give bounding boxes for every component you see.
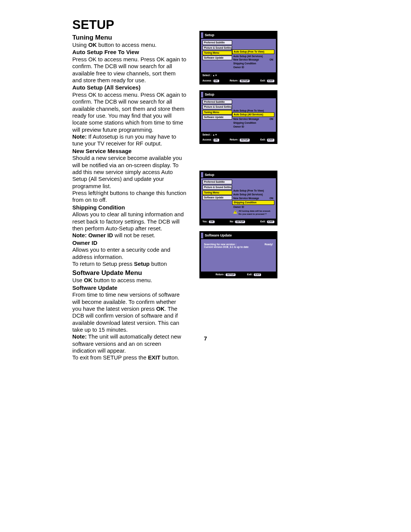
auto-all-body: Press OK to access menu. Press OK again … [72, 91, 186, 133]
submenu-item: New Service MessageON [232, 197, 274, 200]
screen-footer: Yes : OK No : SETUP Exit : EXIT [201, 219, 276, 224]
warning-message: All tuning data will be erased. Do you w… [232, 209, 274, 215]
screen-footer: Access : OK Return : SETUP Exit : EXIT [201, 78, 276, 83]
screen-footer: Select :▲▼ [201, 73, 276, 78]
setup-screen-2: Setup Preferred Subtitle Picture & Sound… [199, 90, 277, 144]
menu-item: Preferred Subtitle [202, 40, 232, 45]
new-service-body2: Press left/right buttons to change this … [72, 190, 186, 204]
auto-all-heading: Auto Setup (All Services) [72, 84, 186, 91]
setup-screen-3: Setup Preferred Subtitle Picture & Sound… [199, 171, 277, 225]
tuning-menu-heading: Tuning Menu [72, 34, 186, 42]
menu-item-selected: Tuning Menu [202, 51, 232, 55]
menu-item: Picture & Sound Setting [202, 185, 232, 190]
auto-all-note: Note: If Autosetup is run you may have t… [72, 133, 186, 147]
sw-update-heading: Software Update [72, 284, 186, 292]
status-row: Searching for new version :Ready! [204, 243, 273, 246]
warning-icon [233, 210, 237, 214]
menu-item: Preferred Subtitle [202, 100, 232, 104]
submenu-item: Auto Setup (Free To View) [232, 189, 274, 193]
menu-item: Software Update [202, 115, 232, 120]
submenu-item: Owner ID [232, 125, 274, 129]
software-intro: Use OK button to access menu. [72, 277, 186, 284]
software-menu-heading: Software Update Menu [72, 269, 186, 277]
menu-item: Software Update [202, 56, 232, 60]
page-title: SETUP [72, 17, 186, 33]
shipping-note: Note: Owner ID will not be reset. [72, 232, 186, 239]
screen-title: Setup [201, 92, 276, 97]
screen-footer: Access : OK Return : SETUP Exit : EXIT [201, 137, 276, 142]
screen-title: Setup [201, 172, 276, 178]
menu-item-selected: Tuning Menu [202, 190, 232, 195]
new-service-heading: New Service Message [72, 148, 186, 155]
submenu-item: Auto Setup (All Services) [232, 193, 274, 197]
setup-screen-1: Setup Preferred Subtitle Picture & Sound… [199, 31, 277, 85]
text-column: SETUP Tuning Menu Using OK button to acc… [72, 17, 186, 361]
submenu-item: Owner ID [232, 66, 274, 69]
auto-free-body: Press OK to access menu. Press OK again … [72, 56, 186, 84]
submenu-item: New Service MessageON [232, 117, 274, 121]
sw-update-exit: To exit from SETUP press the EXIT button… [72, 354, 186, 361]
page-number: 7 [0, 335, 411, 342]
new-service-body1: Should a new service become available yo… [72, 155, 186, 190]
submenu-item: Shipping Condition [232, 62, 274, 66]
menu-item-selected: Tuning Menu [202, 110, 232, 115]
auto-free-heading: Auto Setup Free To View [72, 49, 186, 56]
submenu-item: Auto Setup (All Services) [232, 54, 274, 58]
screen-title: Setup [201, 32, 276, 38]
owner-heading: Owner ID [72, 240, 186, 247]
submenu-item: New Service MessageON [232, 58, 274, 62]
shipping-heading: Shipping Condition [72, 204, 186, 211]
menu-item: Preferred Subtitle [202, 180, 232, 184]
screenshot-column: Setup Preferred Subtitle Picture & Sound… [199, 17, 279, 278]
submenu-item: Auto Setup (Free To View) [232, 109, 274, 113]
screen-footer: Select :▲▼ [201, 133, 276, 137]
submenu-item: Owner ID [232, 205, 274, 209]
owner-return: To return to Setup press Setup button [72, 260, 186, 267]
menu-item: Picture & Sound Setting [202, 46, 232, 50]
submenu-selected: Auto Setup (All Services) [232, 112, 274, 117]
sw-update-body: From time to time new versions of softwa… [72, 291, 186, 333]
menu-item: Software Update [202, 195, 232, 200]
software-update-screen: Software Update Searching for new versio… [199, 231, 277, 279]
version-row: Current version DCB_0.1 is up to date [204, 246, 273, 249]
screen-footer: Return : SETUP Exit : EXIT [201, 272, 276, 277]
submenu-selected: Shipping Condition [232, 200, 274, 205]
submenu-selected: Auto Setup (Free To View) [232, 50, 274, 54]
tuning-intro: Using OK button to access menu. [72, 42, 186, 48]
shipping-body: Allows you to clear all tuning informati… [72, 211, 186, 232]
owner-body: Allows you to enter a security code and … [72, 246, 186, 260]
screen-title: Software Update [201, 233, 276, 238]
submenu-item: Shipping Condition [232, 121, 274, 125]
menu-item: Picture & Sound Setting [202, 105, 232, 109]
